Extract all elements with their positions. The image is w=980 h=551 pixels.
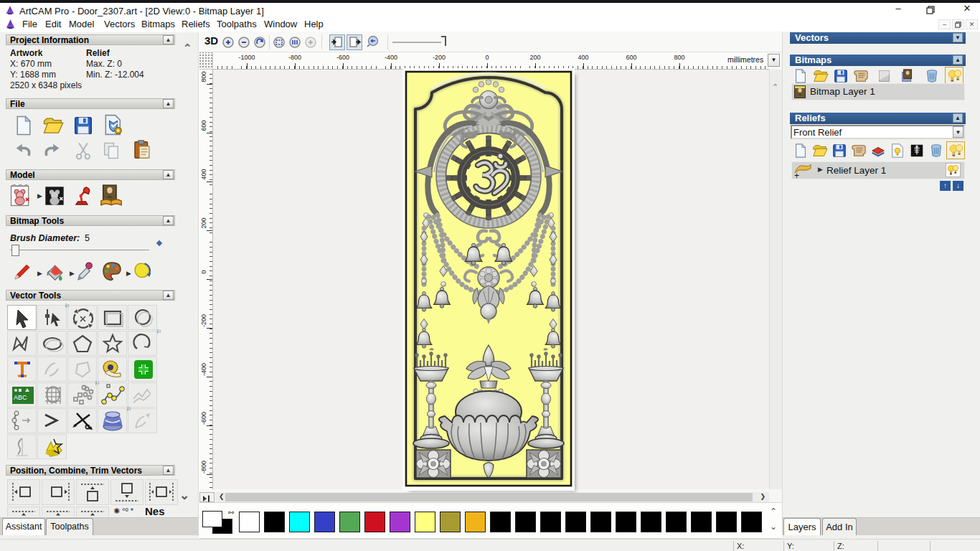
svg-text:ABC: ABC — [14, 394, 27, 401]
